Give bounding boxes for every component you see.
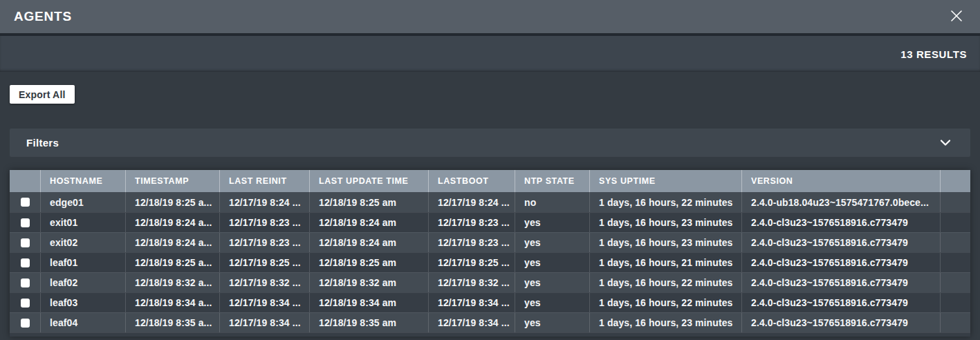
row-checkbox[interactable] bbox=[21, 258, 30, 267]
row-checkbox-cell bbox=[10, 213, 41, 232]
cell-sys-uptime: 1 days, 16 hours, 22 minutes bbox=[590, 293, 742, 312]
column-header-checkbox bbox=[10, 170, 41, 192]
cell-lastboot: 12/17/19 8:32 ... bbox=[429, 273, 515, 292]
row-checkbox[interactable] bbox=[21, 238, 30, 247]
cell-last-reinit: 12/17/19 8:23 ... bbox=[220, 213, 310, 232]
column-header[interactable]: LASTBOOT bbox=[429, 170, 515, 192]
cell-trailing bbox=[941, 233, 970, 252]
row-checkbox[interactable] bbox=[21, 278, 30, 287]
chevron-down-icon bbox=[940, 137, 951, 149]
cell-trailing bbox=[941, 253, 970, 272]
cell-hostname: exit02 bbox=[41, 233, 126, 252]
cell-hostname: leaf03 bbox=[41, 293, 126, 312]
cell-hostname: leaf04 bbox=[41, 313, 126, 332]
table-row[interactable]: edge01 12/18/19 8:25 a... 12/17/19 8:24 … bbox=[10, 192, 970, 212]
table-body: edge01 12/18/19 8:25 a... 12/17/19 8:24 … bbox=[10, 192, 970, 332]
row-checkbox[interactable] bbox=[21, 299, 30, 308]
row-checkbox-cell bbox=[10, 273, 41, 292]
row-checkbox[interactable] bbox=[21, 319, 30, 328]
cell-sys-uptime: 1 days, 16 hours, 23 minutes bbox=[590, 313, 742, 332]
panel-content: Export All Filters HOSTNAMETIMESTAMPLAST… bbox=[0, 72, 980, 337]
table-row[interactable]: leaf03 12/18/19 8:34 a... 12/17/19 8:34 … bbox=[10, 292, 970, 312]
column-header[interactable]: SYS UPTIME bbox=[590, 170, 742, 192]
cell-last-update-time: 12/18/19 8:32 am bbox=[310, 273, 429, 292]
panel-title-bar: AGENTS bbox=[0, 0, 980, 36]
cell-version: 2.4.0-cl3u23~1576518916.c773479 bbox=[742, 313, 941, 332]
cell-trailing bbox=[941, 313, 970, 332]
cell-last-update-time: 12/18/19 8:25 am bbox=[310, 192, 429, 212]
column-header[interactable]: HOSTNAME bbox=[41, 170, 126, 192]
cell-trailing bbox=[941, 273, 970, 292]
filters-label: Filters bbox=[26, 137, 59, 149]
cell-sys-uptime: 1 days, 16 hours, 23 minutes bbox=[590, 213, 742, 232]
cell-lastboot: 12/17/19 8:25 ... bbox=[429, 253, 515, 272]
cell-last-update-time: 12/18/19 8:24 am bbox=[310, 233, 429, 252]
cell-lastboot: 12/17/19 8:23 ... bbox=[429, 233, 515, 252]
cell-lastboot: 12/17/19 8:24 ... bbox=[429, 192, 515, 212]
column-header-trailing bbox=[941, 170, 970, 192]
cell-timestamp: 12/18/19 8:25 a... bbox=[126, 192, 220, 212]
column-header[interactable]: VERSION bbox=[742, 170, 941, 192]
cell-last-reinit: 12/17/19 8:25 ... bbox=[220, 253, 310, 272]
cell-last-update-time: 12/18/19 8:35 am bbox=[310, 313, 429, 332]
cell-last-reinit: 12/17/19 8:34 ... bbox=[220, 293, 310, 312]
cell-last-update-time: 12/18/19 8:34 am bbox=[310, 293, 429, 312]
cell-last-update-time: 12/18/19 8:25 am bbox=[310, 253, 429, 272]
cell-ntp-state: no bbox=[515, 192, 590, 212]
row-checkbox-cell bbox=[10, 233, 41, 252]
table-header-row: HOSTNAMETIMESTAMPLAST REINITLAST UPDATE … bbox=[10, 170, 970, 192]
row-checkbox-cell bbox=[10, 192, 41, 212]
cell-ntp-state: yes bbox=[515, 313, 590, 332]
cell-hostname: edge01 bbox=[41, 192, 126, 212]
row-checkbox-cell bbox=[10, 313, 41, 332]
column-header[interactable]: LAST REINIT bbox=[220, 170, 310, 192]
cell-version: 2.4.0-cl3u23~1576518916.c773479 bbox=[742, 213, 941, 232]
cell-last-reinit: 12/17/19 8:32 ... bbox=[220, 273, 310, 292]
row-checkbox[interactable] bbox=[21, 218, 30, 227]
cell-lastboot: 12/17/19 8:34 ... bbox=[429, 313, 515, 332]
cell-timestamp: 12/18/19 8:35 a... bbox=[126, 313, 220, 332]
cell-ntp-state: yes bbox=[515, 233, 590, 252]
agents-table: HOSTNAMETIMESTAMPLAST REINITLAST UPDATE … bbox=[10, 170, 970, 337]
cell-timestamp: 12/18/19 8:25 a... bbox=[126, 253, 220, 272]
table-row[interactable]: leaf02 12/18/19 8:32 a... 12/17/19 8:32 … bbox=[10, 272, 970, 292]
cell-last-update-time: 12/18/19 8:24 am bbox=[310, 213, 429, 232]
cell-ntp-state: yes bbox=[515, 253, 590, 272]
cell-lastboot: 12/17/19 8:23 ... bbox=[429, 213, 515, 232]
cell-hostname: exit01 bbox=[41, 213, 126, 232]
row-checkbox-cell bbox=[10, 253, 41, 272]
cell-version: 2.4.0-cl3u23~1576518916.c773479 bbox=[742, 273, 941, 292]
cell-last-reinit: 12/17/19 8:24 ... bbox=[220, 192, 310, 212]
row-checkbox[interactable] bbox=[21, 198, 30, 207]
cell-sys-uptime: 1 days, 16 hours, 22 minutes bbox=[590, 273, 742, 292]
cell-timestamp: 12/18/19 8:24 a... bbox=[126, 233, 220, 252]
partial-next-row bbox=[10, 332, 970, 337]
cell-trailing bbox=[941, 293, 970, 312]
page-title: AGENTS bbox=[14, 9, 72, 24]
cell-timestamp: 12/18/19 8:24 a... bbox=[126, 213, 220, 232]
cell-sys-uptime: 1 days, 16 hours, 23 minutes bbox=[590, 233, 742, 252]
cell-hostname: leaf01 bbox=[41, 253, 126, 272]
cell-version: 2.4.0-cl3u23~1576518916.c773479 bbox=[742, 233, 941, 252]
cell-version: 2.4.0-cl3u23~1576518916.c773479 bbox=[742, 293, 941, 312]
cell-ntp-state: yes bbox=[515, 273, 590, 292]
cell-sys-uptime: 1 days, 16 hours, 21 minutes bbox=[590, 253, 742, 272]
results-bar: 13 RESULTS bbox=[0, 36, 980, 72]
cell-last-reinit: 12/17/19 8:34 ... bbox=[220, 313, 310, 332]
close-button[interactable] bbox=[946, 6, 967, 27]
export-all-button[interactable]: Export All bbox=[10, 85, 75, 104]
cell-ntp-state: yes bbox=[515, 213, 590, 232]
cell-ntp-state: yes bbox=[515, 293, 590, 312]
close-icon bbox=[947, 7, 965, 27]
cell-last-reinit: 12/17/19 8:23 ... bbox=[220, 233, 310, 252]
cell-timestamp: 12/18/19 8:32 a... bbox=[126, 273, 220, 292]
table-row[interactable]: leaf01 12/18/19 8:25 a... 12/17/19 8:25 … bbox=[10, 252, 970, 272]
column-header[interactable]: LAST UPDATE TIME bbox=[310, 170, 429, 192]
filters-accordion[interactable]: Filters bbox=[10, 129, 970, 157]
table-row[interactable]: leaf04 12/18/19 8:35 a... 12/17/19 8:34 … bbox=[10, 312, 970, 332]
column-header[interactable]: NTP STATE bbox=[515, 170, 590, 192]
table-row[interactable]: exit01 12/18/19 8:24 a... 12/17/19 8:23 … bbox=[10, 212, 970, 232]
table-row[interactable]: exit02 12/18/19 8:24 a... 12/17/19 8:23 … bbox=[10, 232, 970, 252]
column-header[interactable]: TIMESTAMP bbox=[126, 170, 220, 192]
cell-version: 2.4.0-ub18.04u23~1575471767.0bece... bbox=[742, 192, 941, 212]
